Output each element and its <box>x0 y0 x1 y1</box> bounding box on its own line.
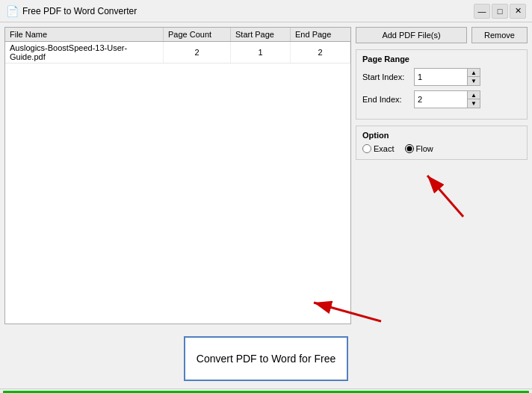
cell-filename: Auslogics-BoostSpeed-13-User-Guide.pdf <box>5 42 164 63</box>
end-index-input[interactable] <box>415 91 467 108</box>
cell-pagecount: 2 <box>164 42 231 63</box>
close-button[interactable]: ✕ <box>510 4 526 19</box>
title-text: Free PDF to Word Converter <box>22 6 469 16</box>
minimize-button[interactable]: — <box>474 4 490 19</box>
app-icon: 📄 <box>6 5 18 17</box>
col-endpage: End Page <box>291 28 350 41</box>
progress-bar-area <box>0 389 532 393</box>
option-title: Option <box>362 131 521 140</box>
convert-area: Convert PDF to Word for Free <box>0 329 532 389</box>
file-table-area: File Name Page Count Start Page End Page… <box>4 27 351 324</box>
end-index-down[interactable]: ▼ <box>468 99 480 108</box>
convert-button[interactable]: Convert PDF to Word for Free <box>184 336 348 381</box>
title-bar: 📄 Free PDF to Word Converter — □ ✕ <box>0 0 532 22</box>
col-pagecount: Page Count <box>164 28 231 41</box>
end-index-label: End Index: <box>362 95 411 104</box>
end-index-up[interactable]: ▲ <box>468 91 480 99</box>
start-index-input[interactable] <box>415 69 467 85</box>
right-panel: Add PDF File(s) Remove Page Range Start … <box>356 27 528 324</box>
exact-radio[interactable] <box>362 144 371 153</box>
cell-endpage: 2 <box>291 42 350 63</box>
table-body: Auslogics-BoostSpeed-13-User-Guide.pdf 2… <box>5 42 350 324</box>
option-group: Option Exact Flow <box>356 126 528 160</box>
cell-startpage: 1 <box>231 42 291 63</box>
start-index-spinner[interactable]: ▲ ▼ <box>414 68 480 86</box>
table-header: File Name Page Count Start Page End Page <box>5 28 350 42</box>
flow-label: Flow <box>416 144 433 153</box>
window-controls: — □ ✕ <box>474 4 526 19</box>
page-range-group: Page Range Start Index: ▲ ▼ End Index: ▲ <box>356 49 528 120</box>
col-filename: File Name <box>5 28 164 41</box>
option-radio-row: Exact Flow <box>362 144 521 153</box>
main-container: File Name Page Count Start Page End Page… <box>0 22 532 329</box>
end-index-row: End Index: ▲ ▼ <box>362 90 521 108</box>
add-pdf-button[interactable]: Add PDF File(s) <box>356 27 467 43</box>
exact-label: Exact <box>374 144 395 153</box>
flow-option[interactable]: Flow <box>405 144 433 153</box>
flow-radio[interactable] <box>405 144 414 153</box>
col-startpage: Start Page <box>231 28 291 41</box>
page-range-title: Page Range <box>362 55 521 64</box>
table-row[interactable]: Auslogics-BoostSpeed-13-User-Guide.pdf 2… <box>5 42 350 64</box>
end-index-spinner[interactable]: ▲ ▼ <box>414 90 480 108</box>
maximize-button[interactable]: □ <box>492 4 508 19</box>
remove-button[interactable]: Remove <box>471 27 528 43</box>
exact-option[interactable]: Exact <box>362 144 395 153</box>
file-action-buttons: Add PDF File(s) Remove <box>356 27 528 43</box>
start-index-up[interactable]: ▲ <box>468 69 480 77</box>
start-index-label: Start Index: <box>362 72 411 81</box>
start-index-row: Start Index: ▲ ▼ <box>362 68 521 86</box>
start-index-down[interactable]: ▼ <box>468 77 480 85</box>
